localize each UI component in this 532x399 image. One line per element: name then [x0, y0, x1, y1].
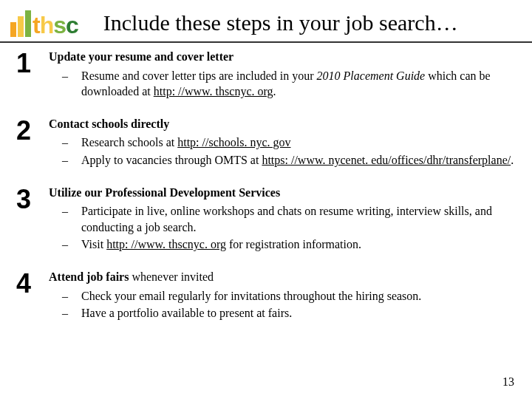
page-number: 13: [502, 375, 514, 389]
bullet-item: Check your email regularly for invitatio…: [62, 288, 516, 304]
link[interactable]: https: //www. nycenet. edu/offices/dhr/t…: [262, 154, 511, 166]
step-body: Contact schools directly Research school…: [49, 116, 516, 170]
step-number: 1: [16, 49, 49, 101]
step-number: 4: [16, 269, 49, 323]
logo-text: thsc: [33, 13, 78, 37]
step-number: 2: [16, 116, 49, 170]
step-number: 3: [16, 185, 49, 254]
bullet-item: Apply to vacancies through OMTS at https…: [62, 152, 516, 168]
step-heading: Attend job fairs whenever invited: [49, 269, 516, 285]
step-body: Attend job fairs whenever invited Check …: [49, 269, 516, 323]
step-3: 3 Utilize our Professional Development S…: [16, 185, 516, 254]
step-body: Update your resume and cover letter Resu…: [49, 49, 516, 101]
step-heading: Contact schools directly: [49, 116, 516, 132]
bullet-item: Visit http: //www. thscnyc. org for regi…: [62, 236, 516, 253]
step-heading: Utilize our Professional Development Ser…: [49, 185, 516, 201]
step-body: Utilize our Professional Development Ser…: [49, 185, 516, 254]
logo-bars-icon: [10, 10, 31, 37]
link[interactable]: http: //www. thscnyc. org: [154, 85, 273, 98]
bullet-item: Research schools at http: //schools. nyc…: [62, 134, 516, 151]
step-heading: Update your resume and cover letter: [49, 49, 516, 65]
step-4: 4 Attend job fairs whenever invited Chec…: [16, 269, 516, 323]
step-1: 1 Update your resume and cover letter Re…: [16, 49, 516, 101]
bullet-item: Resume and cover letter tips are include…: [62, 68, 516, 100]
header: thsc Include these steps in your job sea…: [0, 0, 532, 43]
link[interactable]: http: //www. thscnyc. org: [106, 238, 226, 250]
bullet-item: Have a portfolio available to present at…: [62, 305, 516, 321]
content: 1 Update your resume and cover letter Re…: [0, 43, 532, 323]
page-title: Include these steps in your job search…: [103, 10, 458, 37]
logo: thsc: [10, 10, 78, 37]
bullet-item: Participate in live, online workshops an…: [62, 203, 516, 235]
step-2: 2 Contact schools directly Research scho…: [16, 116, 516, 170]
link[interactable]: http: //schools. nyc. gov: [177, 136, 290, 149]
